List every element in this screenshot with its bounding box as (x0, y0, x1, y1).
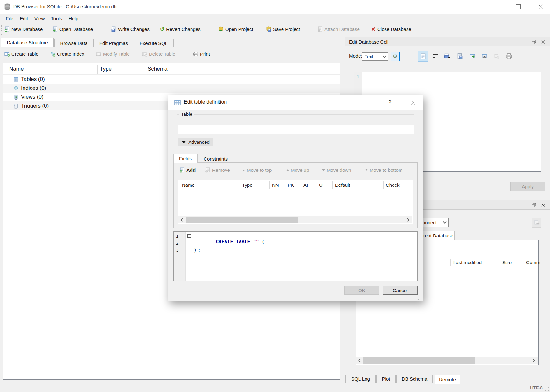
new-database-button[interactable]: New Database (4, 26, 43, 32)
tab-execute-sql[interactable]: Execute SQL (134, 38, 174, 47)
minimize-button[interactable] (485, 0, 505, 14)
tree-row-indices[interactable]: Indices (0) (3, 84, 340, 93)
close-database-button[interactable]: Close Database (371, 26, 411, 32)
apply-button[interactable]: Apply (510, 182, 545, 191)
create-index-button[interactable]: Create Index (50, 51, 84, 57)
write-changes-button[interactable]: Write Changes (111, 26, 150, 32)
remote-column-commit[interactable]: Comm (526, 260, 540, 265)
scroll-left-icon[interactable] (180, 218, 184, 221)
scroll-left-icon[interactable] (358, 359, 362, 362)
column-separator[interactable] (500, 259, 500, 266)
mode-select[interactable]: Text (362, 52, 388, 61)
remote-column-size[interactable]: Size (502, 260, 512, 265)
grid-column-type[interactable]: Type (242, 182, 253, 188)
scroll-right-icon[interactable] (406, 218, 409, 221)
column-separator[interactable] (301, 181, 301, 189)
create-table-button[interactable]: Create Table (4, 51, 38, 57)
push-database-button[interactable] (532, 218, 541, 228)
menu-tools[interactable]: Tools (48, 16, 65, 21)
import-data-icon-button[interactable] (442, 52, 451, 60)
fields-grid-hscrollbar[interactable] (178, 216, 412, 223)
dialog-tab-constraints[interactable]: Constraints (198, 155, 233, 163)
tab-db-schema[interactable]: DB Schema (396, 374, 433, 383)
modify-table-button[interactable]: Modify Table (96, 51, 130, 57)
dialog-resize-grip-icon[interactable] (418, 296, 422, 300)
grid-column-pk[interactable]: PK (288, 182, 294, 188)
dialog-tab-fields[interactable]: Fields (173, 154, 198, 163)
table-name-input[interactable] (178, 125, 414, 134)
remove-field-button[interactable]: Remove (205, 167, 230, 173)
print-button[interactable]: Print (193, 51, 210, 57)
open-database-button[interactable]: Open Database (52, 26, 93, 32)
dialog-help-button[interactable]: ? (382, 95, 397, 110)
maximize-button[interactable] (508, 0, 528, 14)
tab-remote[interactable]: Remote (435, 374, 460, 384)
fold-marker-icon[interactable] (187, 234, 191, 238)
ok-button[interactable]: OK (344, 286, 379, 295)
scroll-right-icon[interactable] (532, 359, 535, 362)
column-separator[interactable] (269, 181, 270, 189)
menu-help[interactable]: Help (65, 16, 81, 21)
column-separator[interactable] (145, 65, 145, 74)
remote-current-database-tab[interactable]: rent Database (422, 231, 455, 240)
menu-view[interactable]: View (31, 16, 48, 21)
column-separator[interactable] (332, 181, 333, 189)
connect-select[interactable]: onnect (420, 218, 449, 227)
cancel-button[interactable]: Cancel (383, 286, 418, 295)
tree-column-schema[interactable]: Schema (148, 66, 167, 72)
word-wrap-icon-button[interactable] (431, 52, 439, 60)
tab-sql-log[interactable]: SQL Log (345, 374, 376, 383)
menu-edit[interactable]: Edit (17, 16, 31, 21)
column-separator[interactable] (240, 181, 240, 189)
column-separator[interactable] (285, 181, 285, 189)
column-separator[interactable] (97, 65, 98, 74)
toolbar-grip[interactable] (1, 25, 2, 35)
remote-hscrollbar-thumb[interactable] (363, 357, 475, 364)
export-data-icon-button[interactable] (456, 52, 464, 60)
delete-table-button[interactable]: Delete Table (142, 51, 175, 57)
attach-database-button[interactable]: Attach Database (317, 26, 360, 32)
set-null-icon-button[interactable] (492, 52, 501, 60)
column-separator[interactable] (317, 181, 317, 189)
apply-format-button[interactable]: ⚙ (391, 52, 400, 61)
tree-row-tables[interactable]: Tables (0) (3, 75, 340, 84)
move-to-top-button[interactable]: Move to top (242, 167, 272, 173)
column-separator[interactable] (450, 259, 451, 266)
add-field-button[interactable]: Add (179, 167, 196, 173)
import-dropdown-arrow[interactable] (448, 59, 451, 64)
tab-plot[interactable]: Plot (376, 374, 396, 383)
grid-column-name[interactable]: Name (182, 182, 195, 188)
dialog-close-button[interactable] (405, 95, 421, 110)
move-up-button[interactable]: Move up (286, 167, 309, 173)
advanced-toggle-button[interactable]: Advanced (178, 138, 213, 146)
column-separator[interactable] (524, 259, 524, 266)
encoding-indicator[interactable]: UTF-8 (530, 385, 543, 390)
close-panel-icon[interactable] (541, 203, 546, 207)
float-panel-icon[interactable] (531, 39, 536, 45)
grid-column-check[interactable]: Check (386, 182, 400, 188)
revert-changes-button[interactable]: ↺ Revert Changes (160, 26, 201, 32)
open-project-button[interactable]: Open Project (218, 26, 253, 32)
grid-column-u[interactable]: U (319, 182, 323, 188)
tab-edit-pragmas[interactable]: Edit Pragmas (94, 38, 133, 47)
move-down-button[interactable]: Move down (322, 167, 351, 173)
grid-column-default[interactable]: Default (335, 182, 350, 188)
resize-grip-icon[interactable] (545, 387, 549, 391)
fields-grid-hscrollbar-thumb[interactable] (186, 217, 298, 223)
remote-column-last-modified[interactable]: Last modified (453, 260, 482, 265)
tab-browse-data[interactable]: Browse Data (54, 38, 94, 47)
text-mode-icon-button[interactable] (418, 51, 428, 62)
tab-database-structure[interactable]: Database Structure (1, 38, 54, 47)
save-project-button[interactable]: Save Project (266, 26, 300, 32)
sql-preview[interactable]: 1 2 3 CREATE TABLE "" ( ); (173, 231, 418, 281)
grid-column-nn[interactable]: NN (272, 182, 279, 188)
column-separator[interactable] (383, 181, 384, 189)
grid-column-ai[interactable]: AI (303, 182, 308, 188)
close-panel-icon[interactable] (541, 40, 546, 44)
remote-hscrollbar[interactable] (356, 357, 538, 364)
tree-column-name[interactable]: Name (9, 66, 24, 72)
close-window-button[interactable] (531, 0, 550, 14)
move-to-bottom-button[interactable]: Move to bottom (365, 167, 402, 173)
tree-column-type[interactable]: Type (100, 66, 112, 72)
open-in-external-icon-button[interactable] (468, 52, 477, 60)
